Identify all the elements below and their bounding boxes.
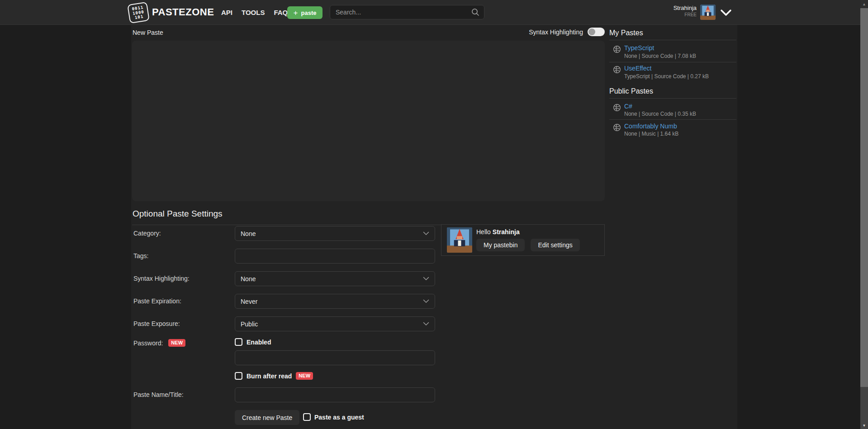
burn-after-read-checkbox[interactable] [235, 372, 242, 380]
scrollbar-up-button[interactable]: ▲ [860, 0, 868, 8]
divider [609, 98, 736, 99]
hello-greeting: Hello Strahinja [476, 228, 520, 236]
divider [609, 62, 736, 62]
chevron-down-icon [423, 299, 429, 303]
paste-as-guest-row: Paste as a guest [303, 413, 364, 421]
globe-icon [613, 123, 621, 132]
scrollbar-thumb[interactable] [860, 8, 868, 387]
expiration-label: Paste Expiration: [133, 297, 181, 305]
syntax-label: Syntax Highlighting: [133, 275, 190, 282]
exposure-label: Paste Exposure: [133, 320, 180, 327]
category-value: None [241, 230, 256, 237]
paste-meta: None | Source Code | 0.35 kB [624, 111, 696, 117]
exposure-value: Public [241, 321, 258, 328]
paste-link[interactable]: TypeScript [624, 44, 654, 52]
nav-link-api[interactable]: API [221, 9, 232, 16]
syntax-highlighting-toggle[interactable] [588, 28, 605, 36]
nav-link-faq[interactable]: FAQ [274, 9, 288, 16]
globe-icon [613, 45, 621, 53]
expiration-value: Never [241, 298, 257, 305]
create-paste-button[interactable]: Create new Paste [235, 410, 299, 425]
user-plan-badge: FREE [638, 12, 697, 17]
new-paste-title: New Paste [133, 29, 163, 36]
tags-input[interactable] [235, 249, 435, 264]
chevron-down-icon [423, 231, 429, 236]
password-enabled-checkbox[interactable] [235, 338, 242, 346]
syntax-select[interactable]: None [235, 271, 435, 286]
new-paste-button[interactable]: + paste [287, 6, 323, 19]
user-info[interactable]: Strahinja FREE [638, 5, 697, 17]
globe-icon [613, 104, 621, 112]
user-name: Strahinja [638, 5, 697, 11]
expiration-select[interactable]: Never [235, 294, 435, 309]
new-paste-button-label: paste [301, 9, 316, 16]
password-enabled-label: Enabled [247, 339, 271, 346]
hello-user-card: Hello Strahinja My pastebin Edit setting… [441, 224, 605, 256]
my-pastes-heading: My Pastes [609, 29, 643, 37]
paste-link[interactable]: UseEffect [624, 65, 651, 72]
password-input[interactable] [235, 350, 435, 365]
syntax-toggle-label: Syntax Highlighting [529, 28, 583, 36]
user-avatar[interactable] [700, 5, 716, 20]
burn-after-read-row: Burn after read NEW [235, 372, 313, 380]
nav-links: API TOOLS FAQ [221, 0, 288, 25]
scrollbar-down-button[interactable]: ▼ [860, 422, 868, 429]
settings-heading: Optional Paste Settings [133, 209, 223, 219]
divider [609, 40, 736, 40]
exposure-select[interactable]: Public [235, 316, 435, 331]
burn-new-badge: NEW [296, 372, 313, 380]
paste-editor[interactable] [132, 41, 605, 201]
toggle-knob [588, 28, 595, 35]
binary-sticker-logo-icon[interactable]: 0011 1000 101 [127, 2, 150, 24]
burn-after-read-label: Burn after read [247, 372, 292, 380]
user-card-avatar [447, 227, 472, 253]
globe-icon [613, 66, 621, 74]
greeting-word: Hello [476, 228, 491, 236]
chevron-down-icon [423, 322, 429, 326]
search-input[interactable] [330, 9, 471, 16]
category-label: Category: [133, 230, 161, 237]
user-menu-chevron-down-icon[interactable] [720, 9, 732, 16]
plus-icon: + [294, 9, 298, 17]
vertical-scrollbar: ▲ ▼ [860, 0, 868, 429]
password-enabled-row: Enabled [235, 338, 271, 346]
paste-meta: None | Source Code | 7.08 kB [624, 53, 696, 59]
syntax-value: None [241, 275, 256, 283]
password-label: Password: [133, 339, 163, 347]
title-label: Paste Name/Title: [133, 391, 184, 398]
navbar: 0011 1000 101 PASTEZONE API TOOLS FAQ + … [0, 0, 868, 25]
paste-title-input[interactable] [235, 387, 435, 402]
nav-link-tools[interactable]: TOOLS [242, 9, 265, 16]
divider [609, 119, 736, 120]
paste-link[interactable]: C# [624, 103, 632, 110]
paste-as-guest-checkbox[interactable] [303, 413, 311, 421]
paste-link[interactable]: Comfortably Numb [624, 123, 677, 130]
chevron-down-icon [423, 277, 429, 281]
hello-card-buttons: My pastebin Edit settings [476, 239, 580, 251]
public-pastes-heading: Public Pastes [609, 87, 653, 95]
search-icon[interactable] [471, 8, 479, 16]
category-select[interactable]: None [235, 226, 435, 241]
syntax-highlighting-toggle-row: Syntax Highlighting [529, 28, 605, 36]
password-label-row: Password: NEW [133, 339, 185, 347]
brand-title[interactable]: PASTEZONE [152, 6, 214, 18]
greeting-username: Strahinja [493, 228, 520, 236]
my-pastebin-button[interactable]: My pastebin [476, 239, 525, 251]
logo-binary-line: 101 [134, 14, 144, 20]
password-new-badge: NEW [168, 339, 185, 347]
paste-as-guest-label: Paste as a guest [314, 414, 364, 421]
paste-meta: None | Music | 1.64 kB [624, 131, 678, 137]
search-box [330, 5, 484, 19]
edit-settings-button[interactable]: Edit settings [531, 239, 579, 251]
tags-label: Tags: [133, 252, 148, 259]
content-wrapper: New Paste Syntax Highlighting Optional P… [131, 25, 737, 429]
paste-meta: TypeScript | Source Code | 0.27 kB [624, 73, 709, 80]
